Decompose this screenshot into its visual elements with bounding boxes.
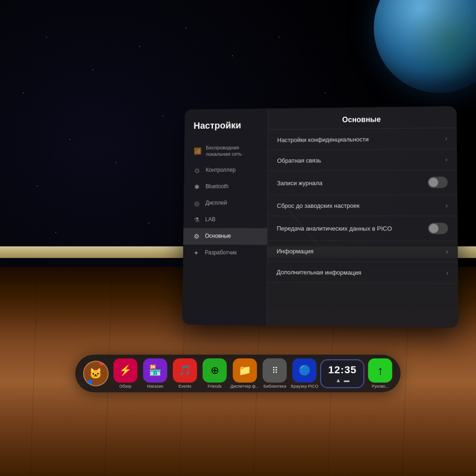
taskbar-avatar[interactable]: 🐱 xyxy=(82,361,110,386)
settings-row-analytics[interactable]: Передача аналитических данных в PICO xyxy=(267,216,457,241)
logs-label: Записи журнала xyxy=(277,179,323,186)
library-label: Библиотека xyxy=(264,384,286,389)
taskbar: 🐱 ⚡ Обзор 🏪 Магазин 🎵 Events ⊕ Friends xyxy=(75,355,401,392)
settings-panel: Настройки 📶 Беспроводнаялокальная сеть ⊙… xyxy=(182,106,458,328)
general-icon: ⚙ xyxy=(192,232,201,240)
section-header: Основные xyxy=(268,106,457,130)
settings-row-privacy[interactable]: Настройки конфиденциальности › xyxy=(268,128,457,150)
sidebar-item-display[interactable]: ◎ Дисплей xyxy=(184,195,267,212)
extra-label: Дополнительная информация xyxy=(277,268,361,276)
controller-icon: ⊙ xyxy=(193,166,201,174)
clock-status: ▲ ▬ xyxy=(336,377,350,383)
chevron-icon-2: › xyxy=(445,156,448,163)
sidebar-label-display: Дисплей xyxy=(205,199,227,206)
taskbar-app-controller[interactable]: ↑ Руково... xyxy=(366,358,394,389)
taskbar-clock[interactable]: 12:35 ▲ ▬ xyxy=(320,359,364,388)
notification-red xyxy=(99,361,104,365)
settings-title: Настройки xyxy=(185,118,268,140)
notification-blue xyxy=(87,380,92,384)
store-app-icon: 🏪 xyxy=(143,358,167,383)
clock-time: 12:35 xyxy=(328,364,357,376)
logs-toggle[interactable] xyxy=(428,177,448,188)
sidebar-item-controller[interactable]: ⊙ Контроллер xyxy=(184,162,268,178)
lab-icon: ⚗ xyxy=(192,216,201,224)
sidebar-item-wifi[interactable]: 📶 Беспроводнаялокальная сеть xyxy=(184,139,267,162)
clock-widget: 12:35 ▲ ▬ xyxy=(320,359,364,388)
filemanager-label: Диспетчер ф... xyxy=(231,384,259,389)
taskbar-app-friends[interactable]: ⊕ Friends xyxy=(201,358,229,389)
chevron-icon-4: › xyxy=(446,248,448,255)
privacy-label: Настройки конфиденциальности xyxy=(277,136,369,144)
sidebar-item-general[interactable]: ⚙ Основные xyxy=(183,228,267,245)
info-label: Информация xyxy=(277,247,313,254)
taskbar-app-store[interactable]: 🏪 Магазин xyxy=(141,358,169,389)
sidebar-item-bluetooth[interactable]: ✱ Bluetooth xyxy=(184,178,267,195)
taskbar-app-library[interactable]: ⠿ Библиотека xyxy=(261,358,289,389)
wifi-icon: 📶 xyxy=(193,147,202,155)
overview-app-icon: ⚡ xyxy=(113,358,138,383)
sidebar-label-lab: LAB xyxy=(205,216,215,223)
friends-app-icon: ⊕ xyxy=(203,358,227,383)
chevron-icon-3: › xyxy=(446,202,448,209)
store-label: Магазин xyxy=(147,384,163,389)
browser-app-icon: 🔵 xyxy=(292,358,317,383)
settings-main: Основные Настройки конфиденциальности › … xyxy=(267,106,458,328)
wifi-status-icon: ▲ xyxy=(336,377,341,383)
taskbar-app-overview[interactable]: ⚡ Обзор xyxy=(112,358,139,389)
filemanager-app-icon: 📁 xyxy=(233,358,257,383)
events-label: Events xyxy=(178,384,192,389)
sidebar-label-general: Основные xyxy=(205,232,231,240)
chevron-icon-5: › xyxy=(446,269,449,277)
avatar-icon: 🐱 xyxy=(83,361,108,386)
analytics-toggle[interactable] xyxy=(428,223,448,234)
browser-label: Браузер PICO xyxy=(291,384,318,389)
settings-row-feedback[interactable]: Обратная связь › xyxy=(268,149,457,171)
settings-row-info[interactable]: Информация › xyxy=(267,241,458,263)
sidebar-label-wifi: Беспроводнаялокальная сеть xyxy=(206,144,242,158)
sidebar-label-controller: Контроллер xyxy=(205,166,236,174)
library-app-icon: ⠿ xyxy=(263,358,287,383)
controller-app-label: Руково... xyxy=(372,384,389,389)
feedback-label: Обратная связь xyxy=(277,157,321,164)
overview-label: Обзор xyxy=(119,384,132,389)
settings-row-factory[interactable]: Сброс до заводских настроек › xyxy=(268,195,457,216)
chevron-icon: › xyxy=(445,135,447,142)
settings-list: Настройки конфиденциальности › Обратная … xyxy=(267,128,458,284)
settings-sidebar: Настройки 📶 Беспроводнаялокальная сеть ⊙… xyxy=(182,108,268,325)
sidebar-item-lab[interactable]: ⚗ LAB xyxy=(184,212,267,228)
bluetooth-icon: ✱ xyxy=(193,183,201,191)
friends-label: Friends xyxy=(208,384,222,389)
taskbar-app-browser[interactable]: 🔵 Браузер PICO xyxy=(291,358,318,389)
analytics-label: Передача аналитических данных в PICO xyxy=(277,225,392,231)
battery-icon: ▬ xyxy=(344,377,350,383)
taskbar-app-events[interactable]: 🎵 Events xyxy=(171,358,199,389)
sidebar-label-bluetooth: Bluetooth xyxy=(205,183,229,191)
taskbar-app-filemanager[interactable]: 📁 Диспетчер ф... xyxy=(231,358,259,389)
controller-app-icon: ↑ xyxy=(368,358,392,383)
factory-label: Сброс до заводских настроек xyxy=(277,202,360,209)
settings-row-extra[interactable]: Дополнительная информация › xyxy=(267,262,458,284)
sidebar-label-developer: Разработчик xyxy=(205,249,237,257)
settings-row-logs[interactable]: Записи журнала xyxy=(268,170,457,195)
display-icon: ◎ xyxy=(192,199,201,207)
sidebar-item-developer[interactable]: ✦ Разработчик xyxy=(183,245,267,262)
events-app-icon: 🎵 xyxy=(173,358,197,383)
developer-icon: ✦ xyxy=(192,249,200,257)
